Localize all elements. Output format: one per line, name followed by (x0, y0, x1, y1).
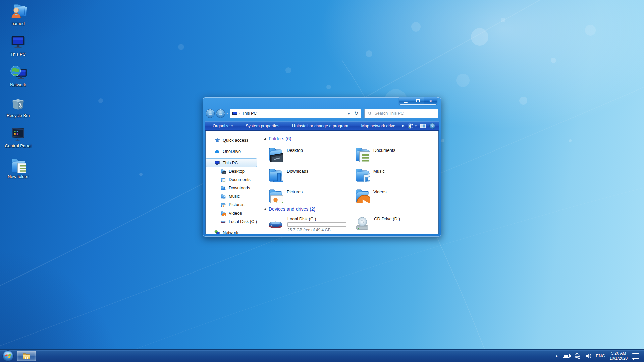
folder-tile-label: Videos (373, 189, 387, 203)
sidebar-item-network[interactable]: Network (206, 228, 259, 234)
action-center-icon (632, 353, 639, 359)
folder-tile-desktop[interactable]: Desktop (266, 145, 353, 162)
quick-access-star-icon (214, 137, 220, 143)
folder-tile-pictures[interactable]: Pictures (266, 186, 353, 204)
folder-tile-label: Pictures (287, 189, 303, 203)
sidebar-item-onedrive[interactable]: OneDrive (206, 147, 259, 156)
preview-pane-button[interactable] (420, 123, 426, 129)
map-network-drive-button[interactable]: Map network drive (357, 122, 399, 130)
this-pc-mini-icon (214, 160, 220, 166)
pictures-folder-icon (267, 187, 283, 203)
videos-folder-icon (354, 187, 370, 203)
drive-info: Local Disk (C:) 25.7 GB free of 49.4 GB (287, 216, 346, 232)
desktop-icon-this-pc[interactable]: This PC (2, 33, 34, 57)
network-mini-icon (214, 230, 220, 234)
views-icon (408, 123, 414, 129)
this-pc-icon (9, 33, 27, 51)
drive-tile-local-disk[interactable]: Local Disk (C:) 25.7 GB free of 49.4 GB (266, 215, 353, 233)
downloads-folder-mini-icon (220, 185, 226, 191)
drive-free-space: 25.7 GB free of 49.4 GB (287, 228, 346, 232)
search-input[interactable]: Search This PC (364, 109, 438, 118)
taskbar: ▲ ENG 5:20 AM 10/1/2020 (0, 349, 644, 362)
volume-icon[interactable] (585, 353, 592, 359)
breadcrumb-separator: › (239, 112, 240, 115)
collapse-triangle-icon (264, 208, 266, 210)
show-hidden-icons-button[interactable]: ▲ (555, 354, 558, 358)
start-button[interactable] (2, 350, 14, 362)
maximize-icon (416, 99, 420, 102)
language-indicator[interactable]: ENG (596, 354, 605, 358)
desktop-icon-network[interactable]: Network (2, 64, 34, 87)
recent-pages-dropdown[interactable]: ▾ (226, 112, 228, 115)
folders-group-header[interactable]: Folders (6) (264, 136, 434, 141)
sidebar-item-videos[interactable]: Videos (206, 209, 259, 217)
folder-tile-videos[interactable]: Videos (353, 186, 438, 204)
group-divider (295, 139, 434, 139)
desktop-icon-user-folder[interactable]: hamed (2, 3, 34, 26)
onedrive-cloud-icon (214, 148, 220, 154)
sidebar-item-pictures[interactable]: Pictures (206, 200, 259, 209)
organize-button[interactable]: Organize ▾ (209, 122, 237, 130)
navigation-bar: ← → ▾ › This PC ▾ ↻ Search This PC (206, 108, 438, 119)
refresh-icon: ↻ (354, 110, 359, 116)
folder-tile-music[interactable]: Music (353, 166, 438, 183)
close-button[interactable]: × (424, 97, 437, 104)
uninstall-program-button[interactable]: Uninstall or change a program (288, 122, 352, 130)
minimize-button[interactable] (399, 97, 412, 104)
toolbar-overflow-chevron[interactable]: » (399, 123, 407, 129)
folder-tile-label: Downloads (287, 169, 308, 182)
desktop-icon-list: hamed This PC Network Recycle Bin (2, 3, 34, 179)
drive-name: CD Drive (D:) (374, 216, 400, 221)
maximize-button[interactable] (412, 97, 424, 104)
help-button[interactable]: ? (429, 123, 435, 129)
back-icon: ← (208, 111, 213, 116)
group-divider (319, 209, 434, 209)
sidebar-item-music[interactable]: Music (206, 192, 259, 200)
search-placeholder: Search This PC (375, 111, 404, 116)
devices-group-header[interactable]: Devices and drives (2) (264, 206, 434, 212)
desktop-icon-new-folder[interactable]: New folder (2, 156, 34, 179)
desktop-icon-control-panel[interactable]: Control Panel (2, 125, 34, 148)
address-dropdown-icon[interactable]: ▾ (348, 112, 350, 115)
close-icon: × (429, 99, 432, 103)
caption-buttons: × (399, 97, 437, 105)
change-view-button[interactable]: ▾ (408, 123, 417, 129)
clock[interactable]: 5:20 AM 10/1/2020 (610, 351, 628, 361)
drive-tile-cd[interactable]: CD Drive (D:) (353, 215, 438, 233)
forward-button[interactable]: → (216, 109, 225, 118)
taskbar-file-explorer-button[interactable] (17, 351, 36, 361)
sidebar-item-local-disk[interactable]: Local Disk (C:) (206, 217, 259, 226)
sidebar-item-downloads[interactable]: Downloads (206, 184, 259, 192)
address-bar[interactable]: › This PC ▾ (230, 109, 352, 118)
downloads-folder-icon (267, 166, 283, 182)
system-tray: ▲ ENG 5:20 AM 10/1/2020 (555, 351, 644, 361)
documents-folder-mini-icon (220, 177, 226, 182)
folder-tile-label: Desktop (287, 148, 303, 162)
desktop-icon-label: This PC (10, 52, 26, 57)
group-title: Folders (6) (269, 136, 291, 141)
navigation-pane: Quick access OneDrive This PC Desktop Do… (206, 131, 259, 234)
desktop-icon-label: Recycle Bin (7, 113, 30, 118)
sidebar-item-this-pc[interactable]: This PC (206, 158, 257, 167)
desktop-background: hamed This PC Network Recycle Bin (0, 0, 644, 362)
battery-icon[interactable] (563, 354, 570, 358)
cd-drive-icon (354, 216, 371, 231)
sidebar-item-quick-access[interactable]: Quick access (206, 136, 259, 144)
minimize-icon (404, 102, 408, 103)
folder-tile-documents[interactable]: Documents (353, 145, 438, 162)
dropdown-caret-icon: ▾ (231, 124, 233, 128)
refresh-button[interactable]: ↻ (352, 109, 361, 118)
breadcrumb-location[interactable]: This PC (242, 111, 257, 116)
drives-grid: Local Disk (C:) 25.7 GB free of 49.4 GB (266, 215, 434, 233)
back-button[interactable]: ← (206, 109, 215, 118)
local-disk-mini-icon (220, 219, 226, 224)
folder-tile-downloads[interactable]: Downloads (266, 166, 353, 183)
sidebar-item-desktop[interactable]: Desktop (206, 167, 259, 175)
desktop-icon-recycle-bin[interactable]: Recycle Bin (2, 95, 34, 118)
sidebar-item-documents[interactable]: Documents (206, 175, 259, 184)
command-toolbar: Organize ▾ System properties Uninstall o… (205, 121, 439, 131)
network-status-icon[interactable] (574, 353, 581, 359)
folder-tile-label: Music (373, 169, 385, 182)
system-properties-button[interactable]: System properties (241, 122, 283, 130)
action-center-button[interactable] (632, 353, 639, 359)
